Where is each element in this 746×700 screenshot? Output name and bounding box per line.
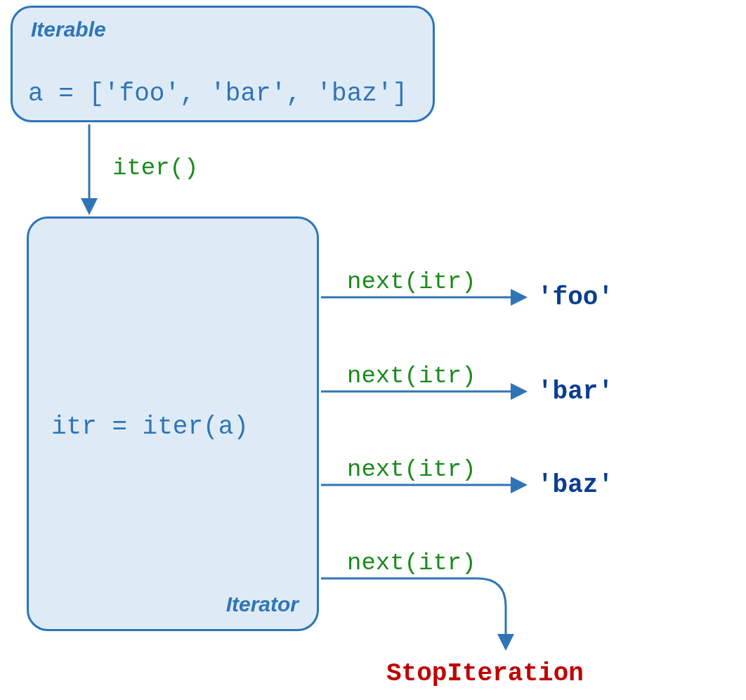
iterable-title: Iterable xyxy=(31,18,106,41)
iterable-box: Iterable a = ['foo', 'bar', 'baz'] xyxy=(11,6,435,122)
iterator-box: itr = iter(a) Iterator xyxy=(27,216,319,631)
result-baz: 'baz' xyxy=(537,471,613,500)
next-call-1: next(itr) xyxy=(347,268,476,295)
next-call-2: next(itr) xyxy=(347,363,476,389)
next-call-3: next(itr) xyxy=(347,456,476,483)
next-call-4: next(itr) xyxy=(347,550,476,576)
iterator-code: itr = iter(a) xyxy=(51,413,249,441)
result-foo: 'foo' xyxy=(537,283,613,312)
iterable-code: a = ['foo', 'bar', 'baz'] xyxy=(28,79,407,108)
iterator-title: Iterator xyxy=(226,592,299,616)
result-stopiteration: StopIteration xyxy=(386,659,584,688)
iter-call-label: iter() xyxy=(112,155,198,181)
result-bar: 'bar' xyxy=(537,377,613,406)
